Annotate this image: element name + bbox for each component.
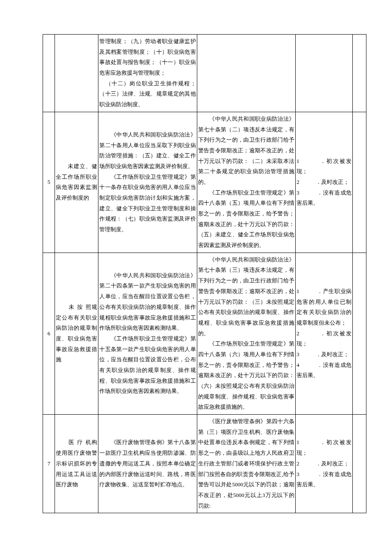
table-row: 7 医 疗 机构使用医疗废物警示标识损坏的专用运送工具运送医疗废物 《医疗废物管…	[43, 415, 366, 513]
cell-factors	[295, 35, 353, 112]
cell-num: 5	[43, 112, 55, 253]
cell-name: 医 疗 机构使用医疗废物警示标识损坏的专用运送工具运送医疗废物	[55, 415, 98, 513]
cell-penalty: 《中华人民共和国职业病防治法》第七十条第（三）项违反本法规定，有下列行为之一的，…	[197, 253, 295, 414]
cell-name: 未建立、健全工作场所职业病危害因素监测及评价制度的	[55, 112, 98, 253]
cell-factors: 1 ．初次被发现；2 ．及时改正；3 ．没有造成危害后果。	[295, 415, 353, 513]
cell-penalty: 《中华人民共和国职业病防治法》第七十条第（二）项违反本法规定，有下列行为之一的，…	[197, 112, 295, 253]
cell-num: 7	[43, 415, 55, 513]
cell-name	[55, 35, 98, 112]
regulation-table: 管理制度；（九）劳动者职业健康监护及其档案管理制度；（十）职业病危害事故处置与报…	[43, 34, 366, 513]
table-row: 6 未 按 照规定公布有关职业病防治的规章制度、职业病危害事故应急救援措施 《中…	[43, 253, 366, 414]
cell-extra	[353, 253, 366, 414]
cell-basis: 《医疗废物管理条例》第十八条第一款医疗卫生机构应当使用防渗漏、防遗撒的专用运送工…	[98, 415, 197, 513]
cell-extra	[353, 35, 366, 112]
cell-factors: 1 ．产生职业病危害的用人单位已制定有关职业病防治的规章制度但未公布；2 ．初次…	[295, 253, 353, 414]
cell-basis: 管理制度；（九）劳动者职业健康监护及其档案管理制度；（十）职业病危害事故处置与报…	[98, 35, 197, 112]
cell-penalty	[197, 35, 295, 112]
cell-basis: 《中华人民共和国职业病防治法》第二十条用人单位应当采取下列职业病防治管理措施：（…	[98, 112, 197, 253]
cell-num	[43, 35, 55, 112]
table-row: 5 未建立、健全工作场所职业病危害因素监测及评价制度的 《中华人民共和国职业病防…	[43, 112, 366, 253]
cell-name: 未 按 照规定公布有关职业病防治的规章制度、职业病危害事故应急救援措施	[55, 253, 98, 414]
document-page: 管理制度；（九）劳动者职业健康监护及其档案管理制度；（十）职业病危害事故处置与报…	[0, 0, 392, 530]
cell-factors: 1 ．初次被发现；2 ．及时改正；3 ．没有造成危害后果。	[295, 112, 353, 253]
cell-num: 6	[43, 253, 55, 414]
cell-extra	[353, 112, 366, 253]
cell-basis: 《中华人民共和国职业病防治法》第二十四条第一款产生职业病危害的用人单位，应当在醒…	[98, 253, 197, 414]
table-row: 管理制度；（九）劳动者职业健康监护及其档案管理制度；（十）职业病危害事故处置与报…	[43, 35, 366, 112]
cell-extra	[353, 415, 366, 513]
cell-penalty: 《医疗废物管理条例》第四十六条第（三）项医疗卫生机构、医疗废物集中处置单位违反本…	[197, 415, 295, 513]
